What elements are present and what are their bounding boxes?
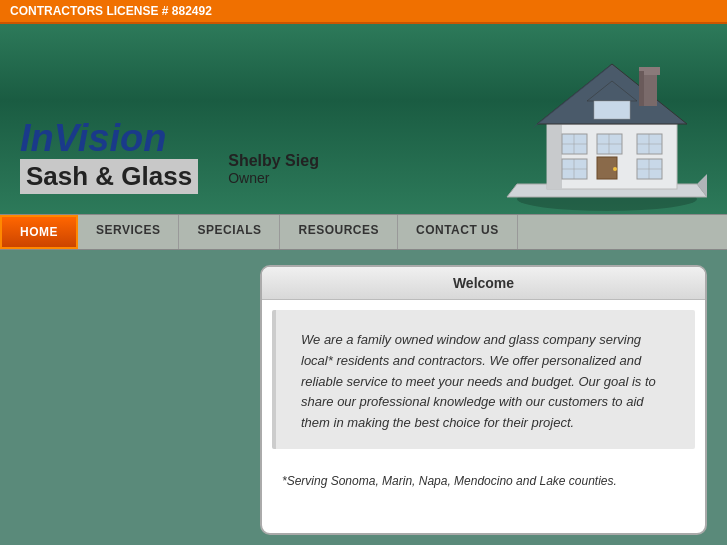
owner-info: Shelby Sieg Owner bbox=[228, 152, 319, 186]
svg-rect-7 bbox=[642, 71, 657, 106]
header: InVision Sash & Glass Shelby Sieg Owner bbox=[0, 24, 727, 214]
house-illustration bbox=[497, 29, 707, 214]
svg-rect-9 bbox=[639, 71, 644, 106]
invision-title: InVision bbox=[20, 119, 198, 157]
navbar: HOME SERVICES SPECIALS RESOURCES CONTACT… bbox=[0, 214, 727, 250]
svg-point-23 bbox=[613, 167, 617, 171]
main-content: Welcome We are a family owned window and… bbox=[0, 250, 727, 545]
logo-text: InVision Sash & Glass bbox=[20, 119, 198, 194]
sash-glass-label: Sash & Glass bbox=[20, 159, 198, 194]
owner-title: Owner bbox=[228, 170, 319, 186]
serving-note: *Serving Sonoma, Marin, Napa, Mendocino … bbox=[262, 459, 705, 503]
svg-rect-4 bbox=[547, 124, 562, 189]
welcome-header: Welcome bbox=[262, 267, 705, 300]
license-bar: CONTRACTORS LICENSE # 882492 bbox=[0, 0, 727, 24]
nav-specials[interactable]: SPECIALS bbox=[179, 215, 280, 249]
nav-services[interactable]: SERVICES bbox=[78, 215, 179, 249]
header-content: InVision Sash & Glass Shelby Sieg Owner bbox=[0, 109, 339, 214]
welcome-body: We are a family owned window and glass c… bbox=[272, 310, 695, 449]
welcome-text: We are a family owned window and glass c… bbox=[301, 330, 670, 434]
nav-home[interactable]: HOME bbox=[0, 215, 78, 249]
invision-label: InVision bbox=[20, 117, 166, 159]
nav-resources[interactable]: RESOURCES bbox=[280, 215, 398, 249]
license-text: CONTRACTORS LICENSE # 882492 bbox=[10, 4, 212, 18]
svg-rect-28 bbox=[594, 101, 630, 119]
owner-name: Shelby Sieg bbox=[228, 152, 319, 170]
left-spacer bbox=[20, 265, 260, 535]
welcome-panel: Welcome We are a family owned window and… bbox=[260, 265, 707, 535]
nav-contact[interactable]: CONTACT US bbox=[398, 215, 518, 249]
